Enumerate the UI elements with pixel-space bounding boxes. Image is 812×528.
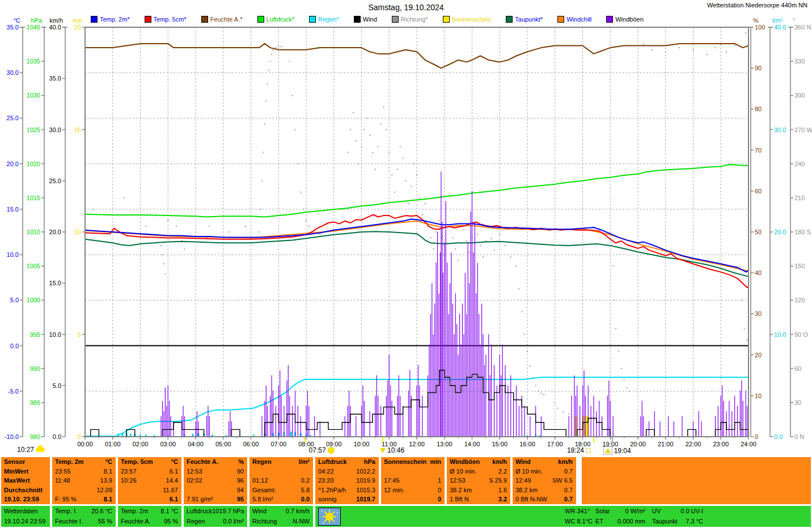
svg-text:20.0: 20.0 — [49, 229, 61, 235]
svg-text:04:00: 04:00 — [188, 441, 204, 447]
column-header: LuftdruckhPa — [315, 457, 379, 467]
status-bar: Wetterdaten19.10.24 23:59Temp. I.20.6 °C… — [0, 506, 812, 527]
svg-text:1035: 1035 — [27, 58, 40, 65]
stat-cell: 17:451 — [381, 476, 445, 485]
row-label: Sensor — [1, 457, 50, 467]
svg-text:03:00: 03:00 — [160, 441, 176, 447]
svg-text:l/m²: l/m² — [772, 17, 783, 24]
stat-column-feuchte-a-: Feuchte A.%12:539002:0296947.91 g/m³95 — [184, 457, 247, 504]
stat-cell: 11:4813.9 — [52, 476, 116, 485]
status-cell-0: Temp. I.20.6 °CFeuchte I.55 % — [52, 506, 116, 527]
svg-text:100: 100 — [755, 24, 765, 31]
svg-text:240: 240 — [794, 160, 805, 167]
svg-text:995: 995 — [30, 331, 40, 338]
svg-text:300: 300 — [794, 92, 805, 99]
sunrise-label: 07:57 — [309, 446, 335, 454]
svg-text:30.0: 30.0 — [7, 69, 19, 76]
stat-cell: Ø 10 min.2.2 — [447, 467, 510, 476]
status-row: ET0.000 mm — [595, 516, 645, 526]
axis-kmh: 40.035.030.025.020.015.010.05.00.0km/h — [49, 17, 67, 440]
svg-text:10.0: 10.0 — [49, 331, 61, 338]
svg-text:40.0: 40.0 — [49, 24, 61, 31]
svg-text:10: 10 — [755, 392, 762, 399]
series-regen_rate — [117, 432, 540, 437]
svg-text:360 N: 360 N — [794, 24, 811, 31]
status-row: Feuchte I.55 % — [52, 516, 116, 526]
status-date-value: 19.10.24 23:59 — [4, 516, 45, 526]
stat-cell: ^1.2hPa/h1015.3 — [315, 485, 379, 495]
svg-text:0.0: 0.0 — [774, 433, 783, 440]
svg-text:150: 150 — [794, 263, 805, 269]
svg-text:60: 60 — [794, 365, 801, 372]
status-row: Solar0 W/m² — [595, 506, 645, 516]
svg-text:980: 980 — [30, 433, 40, 440]
svg-text:1010: 1010 — [27, 229, 40, 235]
svg-text:0: 0 — [78, 433, 81, 440]
svg-text:0: 0 — [755, 433, 758, 440]
svg-text:05:00: 05:00 — [215, 441, 231, 447]
moon-time-text: 10:27 — [17, 446, 34, 454]
gridlines — [85, 27, 748, 437]
stat-cell: 12:49SW 6.5 — [513, 476, 576, 485]
svg-text:5.0: 5.0 — [10, 297, 19, 303]
svg-text:-10.0: -10.0 — [5, 433, 19, 440]
stat-cell: 5.8 l/m²0.0 — [249, 495, 313, 504]
svg-text:10.0: 10.0 — [774, 331, 786, 338]
svg-text:120: 120 — [794, 297, 805, 303]
stats-table: SensorMinWertMaxWertDurchschnitt19.10. 2… — [0, 457, 812, 504]
svg-text:5.0: 5.0 — [53, 382, 61, 389]
column-header: Regenl/m² — [249, 457, 313, 467]
svg-text:20: 20 — [74, 24, 81, 31]
stat-column-sonnenschein: Sonnenscheinmin17:45112 min.00 — [381, 457, 445, 504]
svg-text:06:00: 06:00 — [243, 441, 259, 447]
svg-text:30.0: 30.0 — [774, 126, 786, 133]
moonrise-box-icon — [603, 446, 612, 455]
svg-text:15.0: 15.0 — [49, 280, 61, 286]
stat-cell: 11.67 — [118, 485, 181, 495]
svg-text:40.0: 40.0 — [774, 24, 786, 31]
column-header: Feuchte A.% — [184, 457, 247, 467]
svg-text:23:00: 23:00 — [713, 441, 729, 447]
status-right-group-0: WR 341°WC 8.1°C — [565, 506, 594, 527]
svg-text:20:00: 20:00 — [630, 441, 646, 447]
square-icon — [586, 448, 591, 453]
svg-text:1015: 1015 — [27, 195, 40, 201]
column-header: Windkm/h — [513, 457, 576, 467]
svg-text:35.0: 35.0 — [7, 24, 19, 31]
sun-icon — [318, 508, 341, 526]
svg-text:985: 985 — [30, 399, 40, 406]
table-filler — [582, 457, 811, 504]
svg-text:hPa: hPa — [31, 17, 42, 24]
status-row: Feuchte A.95 % — [118, 516, 181, 526]
svg-text:16:00: 16:00 — [519, 441, 535, 447]
svg-text:30: 30 — [755, 310, 762, 317]
svg-text:%: % — [753, 17, 759, 24]
row-label: Durchschnitt — [1, 485, 50, 495]
status-date-cell: Wetterdaten19.10.24 23:59 — [1, 506, 50, 527]
svg-text:15.0: 15.0 — [7, 206, 19, 213]
stat-cell: Gesamt:5.8 — [249, 485, 313, 495]
svg-text:30.0: 30.0 — [49, 126, 61, 133]
svg-text:10:00: 10:00 — [354, 441, 370, 447]
stat-cell: 12:5390 — [184, 467, 247, 476]
sun-icon — [328, 447, 335, 454]
status-row: Temp. I.20.6 °C — [52, 506, 116, 516]
stat-cell: 94 — [184, 485, 247, 495]
svg-text:22:00: 22:00 — [686, 441, 701, 447]
svg-text:20: 20 — [755, 352, 762, 358]
axis-hpa: 1040103510301025102010151010100510009959… — [27, 17, 46, 440]
svg-text:12:00: 12:00 — [409, 441, 425, 447]
series-richtung — [93, 32, 748, 415]
svg-text:1030: 1030 — [27, 92, 40, 99]
stat-column-windb-en: Windböenkm/hØ 10 min.2.212:53S 25.938.2 … — [447, 457, 510, 504]
stat-cell: 0 Bft N-NW0.7 — [513, 495, 576, 504]
svg-text:1005: 1005 — [27, 263, 40, 269]
axis-minutes: 20151050min — [73, 17, 85, 440]
status-right-cell: WR 341°WC 8.1°CSolar0 W/m²ET0.000 mmUV0.… — [315, 506, 811, 527]
axis-time: 00:0001:0002:0003:0004:0005:0006:0007:00… — [77, 437, 756, 447]
status-row: Regen0.0 l/m² — [184, 516, 247, 526]
svg-text:00:00: 00:00 — [77, 441, 93, 447]
svg-text:1000: 1000 — [27, 297, 40, 303]
svg-text:1020: 1020 — [27, 160, 40, 167]
column-header: Windböenkm/h — [447, 457, 510, 467]
